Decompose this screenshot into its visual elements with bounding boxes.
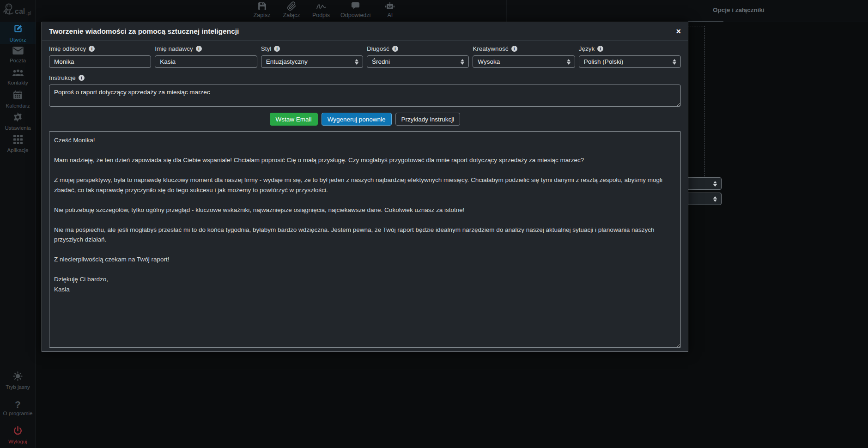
- field-label: Język: [579, 45, 595, 52]
- sidebar-item-label: Wyloguj: [8, 439, 27, 444]
- regenerate-button[interactable]: Wygeneruj ponownie: [322, 113, 392, 126]
- sidebar-item-compose[interactable]: Utwórz: [0, 22, 36, 44]
- sidebar-item-label: Aplikacje: [7, 147, 28, 153]
- ai-button[interactable]: AI: [380, 1, 400, 18]
- toolbar-item-label: AI: [387, 12, 393, 18]
- svg-text:.pl: .pl: [26, 11, 31, 16]
- select-arrows-icon: [673, 59, 676, 65]
- apps-icon: [13, 135, 23, 146]
- sidebar-item-label: Tryb jasny: [6, 384, 30, 390]
- contacts-icon: [12, 69, 24, 79]
- insert-email-button[interactable]: Wstaw Email: [270, 113, 318, 126]
- modal-title: Tworzenie wiadomości za pomocą sztucznej…: [49, 27, 239, 36]
- options-attachments-title: Opcje i załączniki: [713, 6, 765, 13]
- sidebar-item-label: Kontakty: [7, 80, 28, 85]
- toolbar-item-label: Zapisz: [254, 12, 271, 18]
- save-button[interactable]: Zapisz: [252, 1, 272, 18]
- style-select[interactable]: Entuzjastyczny: [261, 55, 363, 68]
- logout-button[interactable]: Wyloguj: [0, 424, 36, 446]
- field-label: Imię odbiorcy: [49, 45, 86, 52]
- sidebar-item-label: Poczta: [10, 58, 26, 63]
- calendar-icon: [13, 90, 23, 102]
- field-language: Język Polish (Polski): [579, 43, 681, 68]
- logout-icon: [13, 426, 23, 437]
- info-icon[interactable]: [392, 46, 398, 52]
- top-bar: Zapisz Załącz Podpis Odpowiedzi AI: [36, 0, 868, 22]
- sidebar-item-label: Kalendarz: [6, 103, 30, 109]
- select-value: Wysoka: [478, 58, 500, 65]
- recipient-name-input[interactable]: [49, 55, 151, 68]
- ai-compose-modal: Tworzenie wiadomości za pomocą sztucznej…: [42, 22, 688, 352]
- field-label: Styl: [261, 45, 272, 52]
- toolbar-item-label: Załącz: [283, 12, 300, 18]
- instructions-label: Instrukcje: [49, 74, 681, 81]
- compose-toolbar: Zapisz Załącz Podpis Odpowiedzi AI: [252, 1, 400, 18]
- field-label: Długość: [367, 45, 389, 52]
- field-sender-name: Imię nadawcy: [155, 43, 257, 68]
- field-style: Styl Entuzjastyczny: [261, 43, 363, 68]
- sidebar-footer: Tryb jasny ? O programie Wyloguj: [0, 369, 36, 448]
- select-arrows-icon: [461, 59, 464, 65]
- select-arrows-icon: [567, 59, 571, 65]
- select-value: Polish (Polski): [584, 58, 624, 65]
- compose-panel-top-border: [688, 21, 723, 22]
- light-mode-icon: [13, 371, 23, 383]
- info-icon[interactable]: [79, 75, 85, 81]
- close-icon[interactable]: ×: [676, 27, 681, 36]
- svg-text:cal: cal: [15, 7, 25, 15]
- sidebar-item-contacts[interactable]: Kontakty: [0, 66, 36, 88]
- language-select[interactable]: Polish (Polski): [579, 55, 681, 68]
- attach-button[interactable]: Załącz: [281, 1, 302, 18]
- about-button[interactable]: ? O programie: [0, 397, 36, 419]
- info-icon[interactable]: [597, 46, 603, 52]
- creativity-select[interactable]: Wysoka: [473, 55, 575, 68]
- field-label: Kreatywność: [473, 45, 508, 52]
- save-icon: [257, 1, 267, 11]
- modal-header: Tworzenie wiadomości za pomocą sztucznej…: [42, 22, 688, 41]
- select-value: Średni: [372, 58, 390, 65]
- field-creativity: Kreatywność Wysoka: [473, 43, 575, 68]
- field-recipient-name: Imię odbiorcy: [49, 43, 151, 68]
- ai-icon: [385, 1, 395, 11]
- signature-icon: [316, 1, 327, 11]
- topbar-divider: [506, 0, 507, 22]
- toolbar-item-label: Odpowiedzi: [340, 12, 370, 18]
- generated-email-textarea[interactable]: Cześć Monika! Mam nadzieję, że ten dzień…: [49, 131, 681, 348]
- modal-body: Imię odbiorcy Imię nadawcy Styl Entuzjas…: [42, 41, 688, 351]
- light-mode-toggle[interactable]: Tryb jasny: [0, 369, 36, 392]
- info-icon[interactable]: [89, 46, 95, 52]
- settings-icon: [13, 112, 23, 124]
- compose-icon: [13, 24, 23, 36]
- app-logo[interactable]: cal .pl: [0, 0, 36, 22]
- replies-button[interactable]: Odpowiedzi: [340, 1, 370, 18]
- select-arrows-icon: [355, 59, 358, 65]
- mail-icon: [12, 47, 24, 56]
- instructions-textarea[interactable]: Poproś o raport dotyczący sprzedaży za m…: [49, 85, 681, 107]
- select-arrows-icon: [713, 181, 717, 187]
- field-label: Imię nadawcy: [155, 45, 193, 52]
- about-icon: ?: [15, 400, 21, 409]
- select-value: Entuzjastyczny: [266, 58, 308, 65]
- toolbar-item-label: Podpis: [312, 12, 330, 18]
- info-icon[interactable]: [511, 46, 517, 52]
- sidebar-item-apps[interactable]: Aplikacje: [0, 133, 36, 155]
- instruction-examples-button[interactable]: Przykłady instrukcji: [395, 113, 461, 126]
- sidebar: cal .pl Utwórz Poczta Kontakty Kalendarz…: [0, 0, 36, 448]
- length-select[interactable]: Średni: [367, 55, 469, 68]
- sidebar-item-label: Utwórz: [10, 37, 26, 42]
- signature-button[interactable]: Podpis: [311, 1, 331, 18]
- info-icon[interactable]: [196, 46, 202, 52]
- field-length: Długość Średni: [367, 43, 469, 68]
- replies-icon: [351, 1, 360, 11]
- attach-icon: [287, 1, 297, 11]
- sidebar-item-label: O programie: [3, 411, 33, 416]
- select-arrows-icon: [713, 196, 717, 202]
- buttons-row: Wstaw Email Wygeneruj ponownie Przykłady…: [49, 113, 681, 126]
- sidebar-item-mail[interactable]: Poczta: [0, 44, 36, 66]
- info-icon[interactable]: [274, 46, 280, 52]
- sender-name-input[interactable]: [155, 55, 257, 68]
- sidebar-item-label: Ustawienia: [5, 125, 30, 131]
- sidebar-item-calendar[interactable]: Kalendarz: [0, 88, 36, 110]
- fields-grid: Imię odbiorcy Imię nadawcy Styl Entuzjas…: [49, 43, 681, 68]
- sidebar-item-settings[interactable]: Ustawienia: [0, 110, 36, 133]
